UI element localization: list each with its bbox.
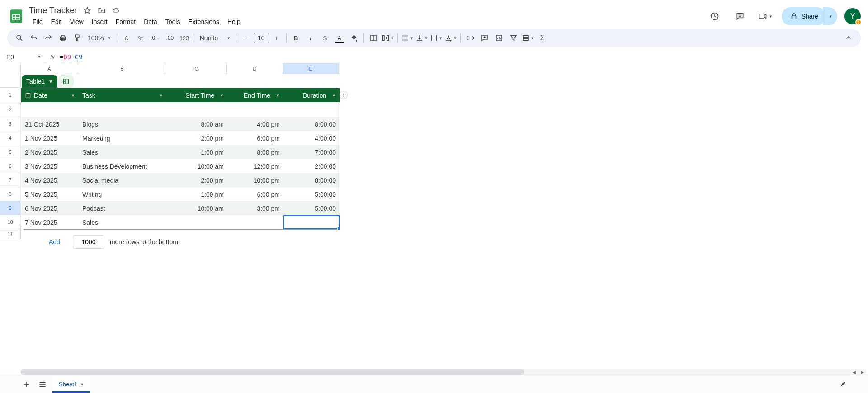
cell-duration[interactable]: 5:00:00 <box>283 205 340 212</box>
cell-duration[interactable]: 8:00:00 <box>283 121 340 128</box>
account-avatar[interactable]: Y ! <box>844 8 861 24</box>
redo-icon[interactable] <box>42 31 55 45</box>
row-header-9[interactable]: 9 <box>0 201 20 215</box>
cell-end[interactable]: 8:00 pm <box>227 149 283 156</box>
cell-date[interactable]: 5 Nov 2025 <box>21 191 79 198</box>
all-sheets-button[interactable] <box>34 376 51 393</box>
cell-date[interactable]: 3 Nov 2025 <box>21 163 79 170</box>
text-wrap-icon[interactable]: ▼ <box>429 31 443 45</box>
cell-duration[interactable]: 5:00:00 <box>283 191 340 198</box>
search-menus-icon[interactable] <box>13 31 26 45</box>
table-row[interactable]: 4 Nov 2025Social media2:00 pm10:00 pm8:0… <box>21 173 340 187</box>
decrease-font-icon[interactable]: − <box>239 31 253 45</box>
table-row[interactable] <box>21 102 340 117</box>
table-row[interactable]: 1 Nov 2025Marketing2:00 pm6:00 pm4:00:00 <box>21 131 340 145</box>
select-all-corner[interactable] <box>0 63 21 74</box>
menu-file[interactable]: File <box>29 16 47 27</box>
col-header-D[interactable]: D <box>227 63 283 74</box>
create-filter-icon[interactable] <box>507 31 520 45</box>
history-icon[interactable] <box>706 7 724 25</box>
menu-data[interactable]: Data <box>140 16 161 27</box>
col-date[interactable]: Date ▼ <box>21 92 79 99</box>
cell-start[interactable]: 10:00 am <box>167 163 227 170</box>
row-header-5[interactable]: 5 <box>0 145 20 159</box>
cell-task[interactable]: Sales <box>79 149 167 156</box>
menu-edit[interactable]: Edit <box>47 16 66 27</box>
cell-task[interactable]: Social media <box>79 177 167 184</box>
col-task[interactable]: Task▼ <box>79 92 167 99</box>
cell-end[interactable]: 6:00 pm <box>227 135 283 142</box>
row-header-7[interactable]: 7 <box>0 173 20 187</box>
cell-end[interactable]: 12:00 pm <box>227 163 283 170</box>
italic-icon[interactable]: I <box>304 31 317 45</box>
menu-tools[interactable]: Tools <box>162 16 184 27</box>
cell-duration[interactable]: 2:00:00 <box>283 163 340 170</box>
menu-help[interactable]: Help <box>224 16 244 27</box>
cell-date[interactable]: 2 Nov 2025 <box>21 149 79 156</box>
col-start[interactable]: Start Time▼ <box>167 92 227 99</box>
cell-duration[interactable]: 7:00:00 <box>283 149 340 156</box>
cloud-status-icon[interactable] <box>112 6 121 15</box>
cell-task[interactable]: Business Development <box>79 163 167 170</box>
horizontal-align-icon[interactable]: ▼ <box>401 31 414 45</box>
cell-date[interactable]: 31 Oct 2025 <box>21 121 79 128</box>
add-rows-count-input[interactable] <box>73 235 104 249</box>
sheets-logo[interactable] <box>7 7 25 25</box>
scroll-left-icon[interactable]: ◀ <box>850 369 858 375</box>
chevron-down-icon[interactable]: ▼ <box>276 93 280 98</box>
row-header-4[interactable]: 4 <box>0 131 20 145</box>
paint-format-icon[interactable] <box>71 31 84 45</box>
cell-start[interactable]: 1:00 pm <box>167 191 227 198</box>
chevron-down-icon[interactable]: ▼ <box>80 382 84 387</box>
sheet-tab-active[interactable]: Sheet1 ▼ <box>52 376 90 393</box>
undo-icon[interactable] <box>27 31 41 45</box>
table-row[interactable]: 7 Nov 2025Sales <box>21 215 340 229</box>
cell-task[interactable]: Writing <box>79 191 167 198</box>
comments-icon[interactable] <box>731 7 749 25</box>
row-header-6[interactable]: 6 <box>0 159 20 173</box>
merge-cells-icon[interactable]: ▼ <box>381 31 395 45</box>
share-button[interactable]: Share <box>782 7 826 25</box>
row-header-1[interactable]: 1 <box>0 88 20 102</box>
chevron-down-icon[interactable]: ▼ <box>220 93 224 98</box>
cell-date[interactable]: 4 Nov 2025 <box>21 177 79 184</box>
insert-comment-icon[interactable] <box>478 31 491 45</box>
decrease-decimal-icon[interactable]: .0 ← <box>149 31 162 45</box>
cell-date[interactable]: 7 Nov 2025 <box>21 219 79 226</box>
borders-icon[interactable] <box>367 31 380 45</box>
font-size-input[interactable] <box>254 33 269 43</box>
increase-decimal-icon[interactable]: .00 <box>163 31 177 45</box>
text-color-icon[interactable]: A <box>333 31 346 45</box>
cell-end[interactable]: 4:00 pm <box>227 121 283 128</box>
row-header-2[interactable]: 2 <box>0 102 20 117</box>
print-icon[interactable] <box>56 31 70 45</box>
row-header-8[interactable]: 8 <box>0 187 20 201</box>
share-dropdown[interactable]: ▼ <box>823 7 837 25</box>
col-end[interactable]: End Time▼ <box>227 92 283 99</box>
formula-bar[interactable]: =D9-C9 <box>58 53 868 61</box>
bold-icon[interactable]: B <box>289 31 303 45</box>
star-icon[interactable] <box>83 6 92 15</box>
add-rows-button[interactable]: Add <box>42 236 67 248</box>
menu-format[interactable]: Format <box>112 16 139 27</box>
meet-icon[interactable]: ▼ <box>756 7 774 25</box>
cell-task[interactable]: Marketing <box>79 135 167 142</box>
table-row[interactable]: 3 Nov 2025Business Development10:00 am12… <box>21 159 340 173</box>
row-header-10[interactable]: 10 <box>0 215 20 229</box>
table-row[interactable]: 2 Nov 2025Sales1:00 pm8:00 pm7:00:00 <box>21 145 340 159</box>
menu-insert[interactable]: Insert <box>88 16 111 27</box>
table-row[interactable]: 5 Nov 2025Writing1:00 pm6:00 pm5:00:00 <box>21 187 340 201</box>
cell-task[interactable]: Blogs <box>79 121 167 128</box>
insert-chart-icon[interactable] <box>492 31 506 45</box>
cell-duration[interactable]: 4:00:00 <box>283 135 340 142</box>
cell-task[interactable]: Sales <box>79 219 167 226</box>
zoom-select[interactable]: 100%▼ <box>85 31 114 45</box>
cell-date[interactable]: 6 Nov 2025 <box>21 205 79 212</box>
cell-end[interactable]: 3:00 pm <box>227 205 283 212</box>
cell-start[interactable]: 8:00 am <box>167 121 227 128</box>
currency-icon[interactable]: £ <box>120 31 133 45</box>
chevron-down-icon[interactable]: ▼ <box>71 93 75 98</box>
cell-start[interactable]: 2:00 pm <box>167 177 227 184</box>
increase-font-icon[interactable]: + <box>270 31 283 45</box>
percent-icon[interactable]: % <box>134 31 148 45</box>
